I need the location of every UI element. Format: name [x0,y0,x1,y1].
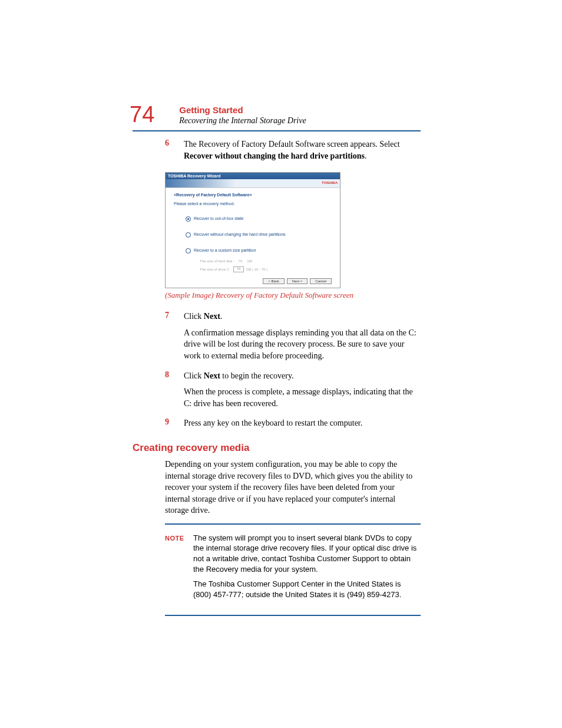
step-paragraph: When the process is complete, a message … [184,386,421,409]
drive-size-input[interactable]: 70 [233,266,244,272]
next-button[interactable]: Next > [287,278,308,284]
step-8: 8 Click Next to begin the recovery. When… [133,370,421,414]
disk-size-unit: GB [247,259,252,263]
step-body: The Recovery of Factory Default Software… [184,139,421,166]
note-label: NOTE [165,533,193,604]
radio-label: Recover to a custom size partition [194,249,256,253]
step-text: Click [184,371,204,380]
page: 74 Getting Started Recovering the Intern… [0,0,562,728]
note-row: NOTE The system will prompt you to inser… [165,529,421,608]
step-7: 7 Click Next. A confirmation message dis… [133,311,421,366]
step-text: . [365,151,367,160]
note-block: NOTE The system will prompt you to inser… [165,523,421,616]
radio-label: Recover to out-of-box state [194,217,243,221]
radio-option-1[interactable]: Recover to out-of-box state [186,216,332,222]
note-text: The system will prompt you to insert sev… [193,533,421,604]
header-text: Getting Started Recovering the Internal … [179,103,306,126]
note-paragraph: The system will prompt you to insert sev… [193,533,421,574]
step-number: 8 [165,370,184,414]
header-rule [133,130,421,131]
radio-icon [186,248,191,253]
wizard-titlebar: TOSHIBA Recovery Wizard [166,173,340,179]
step-text: to begin the recovery. [220,371,294,380]
step-text: The Recovery of Factory Default Software… [184,140,400,149]
step-6: 6 The Recovery of Factory Default Softwa… [133,139,421,166]
step-bold: Next [204,312,220,321]
drive-size-row: The size of drive C : 70 GB ( 10 - 70 ) [200,266,332,272]
wizard-heading: <Recovery of Factory Default Software> [174,193,332,197]
page-header: 74 Getting Started Recovering the Intern… [130,103,421,126]
note-paragraph: The Toshiba Customer Support Center in t… [193,579,421,599]
wizard-banner: TOSHIBA [166,179,340,188]
disk-size-label: The size of hard disk : [200,259,234,263]
step-bold: Next [204,371,220,380]
step-body: Press any key on the keyboard to restart… [184,417,421,434]
section-title: Recovering the Internal Storage Drive [179,116,306,126]
wizard-instruction: Please select a recovery method. [174,202,332,206]
drive-size-suffix: GB ( 10 - 70 ) [246,268,267,271]
section-heading: Creating recovery media [133,442,421,454]
back-button[interactable]: < Back [263,278,285,284]
radio-icon [186,216,191,222]
cancel-button[interactable]: Cancel [310,278,332,284]
disk-size-row: The size of hard disk : 74 GB [200,259,332,263]
step-text: Press any key on the keyboard to restart… [184,417,421,429]
step-bold: Recover without changing the hard drive … [184,151,365,160]
brand-label: TOSHIBA [322,181,338,185]
step-text: Click [184,312,204,321]
wizard-screenshot: TOSHIBA Recovery Wizard TOSHIBA <Recover… [165,172,340,288]
step-number: 6 [165,139,184,166]
radio-option-2[interactable]: Recover without changing the hard drive … [186,232,332,238]
step-body: Click Next to begin the recovery. When t… [184,370,421,414]
step-number: 7 [165,311,184,366]
step-number: 9 [165,417,184,434]
wizard-body: <Recovery of Factory Default Software> P… [166,188,340,288]
note-rule-bottom [165,615,421,616]
radio-label: Recover without changing the hard drive … [194,233,286,237]
step-body: Click Next. A confirmation message displ… [184,311,421,366]
note-rule-top [165,523,421,525]
radio-icon [186,232,191,238]
page-number: 74 [130,103,154,126]
step-9: 9 Press any key on the keyboard to resta… [133,417,421,434]
step-text: . [220,312,223,321]
step-paragraph: A confirmation message displays remindin… [184,327,421,362]
radio-option-3[interactable]: Recover to a custom size partition [186,248,332,253]
chapter-title: Getting Started [179,105,306,115]
drive-size-label: The size of drive C : [200,268,231,271]
disk-size-value: 74 [238,259,242,263]
wizard-buttons: < Back Next > Cancel [174,278,332,284]
section-body: Depending on your system configuration, … [165,459,421,516]
screenshot-caption: (Sample Image) Recovery of Factory Defau… [165,291,421,300]
